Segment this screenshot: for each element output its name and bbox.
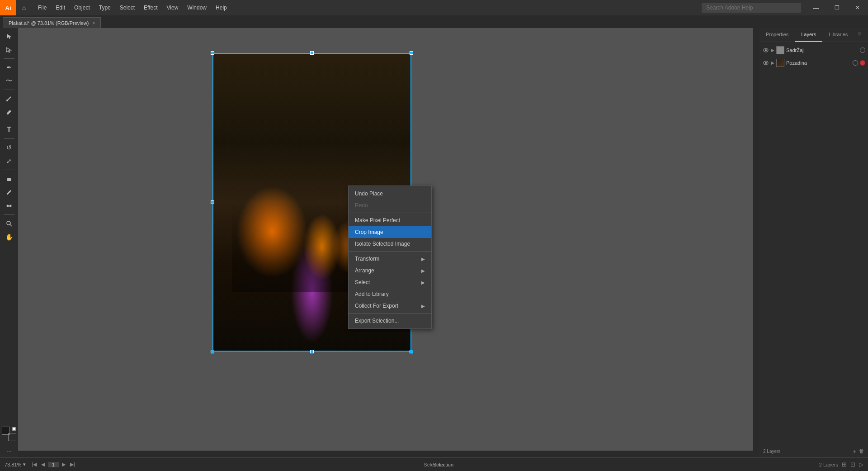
layer-expand-pozadina[interactable]: ▶ bbox=[771, 61, 774, 65]
pen-tool[interactable]: ✒ bbox=[2, 61, 16, 74]
ctx-crop-image[interactable]: Crop Image bbox=[349, 226, 431, 238]
direct-selection-tool[interactable] bbox=[2, 43, 16, 56]
presentation-button[interactable]: ▷ bbox=[859, 461, 863, 468]
more-tools-button[interactable]: ··· bbox=[2, 445, 16, 457]
tab-properties[interactable]: Properties bbox=[760, 28, 795, 42]
ctx-separator-1 bbox=[349, 213, 431, 213]
ctx-collect-for-export[interactable]: Collect For Export ▶ bbox=[349, 300, 431, 312]
toolbar-separator-3 bbox=[4, 121, 14, 121]
layer-lock-pozadina[interactable] bbox=[860, 60, 865, 66]
add-layer-button[interactable]: + bbox=[853, 448, 856, 455]
panel-options-button[interactable]: ≡ bbox=[854, 28, 864, 42]
delete-layer-button[interactable]: 🗑 bbox=[859, 448, 864, 455]
page-number-input[interactable]: 1 bbox=[48, 462, 59, 467]
minimize-button[interactable]: — bbox=[806, 0, 826, 15]
menu-type[interactable]: Type bbox=[94, 0, 115, 15]
ctx-select[interactable]: Select ▶ bbox=[349, 276, 431, 288]
selection-handle-b[interactable] bbox=[310, 350, 314, 353]
ctx-separator-2 bbox=[349, 251, 431, 252]
selection-handle-bl[interactable] bbox=[211, 350, 214, 353]
scale-tool[interactable]: ⤢ bbox=[2, 155, 16, 167]
blob-brush-tool[interactable] bbox=[2, 172, 16, 185]
rotate-tool[interactable]: ↺ bbox=[2, 141, 16, 154]
ctx-transform[interactable]: Transform ▶ bbox=[349, 253, 431, 265]
svg-point-4 bbox=[9, 205, 12, 207]
layers-list: ▶ SadrŽaj ▶ Pozadina bbox=[760, 42, 868, 71]
page-navigation: |◀ ◀ 1 ▶ ▶| bbox=[30, 461, 76, 467]
layer-visibility-pozadina[interactable] bbox=[762, 59, 769, 67]
svg-point-1 bbox=[6, 100, 8, 101]
nav-next-button[interactable]: ▶ bbox=[61, 461, 67, 467]
ctx-undo-place[interactable]: Undo Place bbox=[349, 188, 431, 200]
selection-handle-tr[interactable] bbox=[410, 51, 413, 55]
menu-file[interactable]: File bbox=[33, 0, 51, 15]
zoom-tool[interactable] bbox=[2, 217, 16, 230]
fill-stroke-swatches[interactable]: ↔ bbox=[2, 427, 16, 441]
type-tool[interactable]: T bbox=[2, 124, 16, 136]
curvature-tool[interactable]: 〜 bbox=[2, 75, 16, 87]
menu-select[interactable]: Select bbox=[115, 0, 139, 15]
menu-object[interactable]: Object bbox=[70, 0, 94, 15]
layer-name-pozadina: Pozadina bbox=[786, 60, 851, 66]
vertical-scrollbar[interactable] bbox=[753, 28, 760, 457]
layers-status-count: 2 Layers bbox=[819, 462, 838, 467]
ctx-add-to-library[interactable]: Add to Library bbox=[349, 288, 431, 300]
maximize-button[interactable]: ❐ bbox=[826, 0, 847, 15]
menu-view[interactable]: View bbox=[162, 0, 183, 15]
arrange-views-button[interactable]: ⊞ bbox=[842, 461, 847, 468]
hand-tool[interactable]: ✋ bbox=[2, 231, 16, 243]
svg-point-8 bbox=[765, 49, 767, 51]
nav-last-button[interactable]: ▶| bbox=[69, 461, 76, 467]
search-input[interactable] bbox=[702, 3, 801, 13]
tab-close-button[interactable]: × bbox=[92, 20, 95, 25]
selection-tool[interactable] bbox=[2, 30, 16, 43]
tab-layers[interactable]: Layers bbox=[795, 28, 822, 42]
toolbar-separator-5 bbox=[4, 170, 14, 170]
selection-handle-l[interactable] bbox=[211, 200, 214, 204]
menu-edit[interactable]: Edit bbox=[51, 0, 70, 15]
toolbar-separator-4 bbox=[4, 138, 14, 139]
document-tab[interactable]: Plakat.ai* @ 73.81% (RGB/Preview) × bbox=[3, 17, 101, 28]
toolbar-separator-6 bbox=[4, 214, 14, 215]
nav-prev-button[interactable]: ◀ bbox=[40, 461, 46, 467]
eyedropper-tool[interactable] bbox=[2, 186, 16, 199]
horizontal-scrollbar[interactable] bbox=[18, 451, 753, 457]
layer-expand-sadrzaj[interactable]: ▶ bbox=[771, 48, 774, 52]
selection-handle-br[interactable] bbox=[410, 350, 413, 353]
selection-handle-tl[interactable] bbox=[211, 51, 214, 55]
close-button[interactable]: ✕ bbox=[847, 0, 868, 15]
tab-label: Plakat.ai* @ 73.81% (RGB/Preview) bbox=[9, 20, 89, 26]
zoom-to-fit-button[interactable]: ⊡ bbox=[850, 461, 855, 468]
layer-item-pozadina[interactable]: ▶ Pozadina bbox=[760, 57, 868, 69]
menu-effect[interactable]: Effect bbox=[139, 0, 162, 15]
ctx-redo[interactable]: Redo bbox=[349, 200, 431, 211]
blend-tool[interactable] bbox=[2, 200, 16, 212]
artboard-mode-indicator: Selection bbox=[424, 462, 444, 467]
context-menu: Undo Place Redo Make Pixel Perfect Crop … bbox=[348, 186, 432, 329]
home-icon-btn[interactable]: ⌂ bbox=[16, 0, 32, 15]
zoom-dropdown-arrow[interactable]: ▾ bbox=[23, 461, 26, 467]
ctx-make-pixel-perfect[interactable]: Make Pixel Perfect bbox=[349, 214, 431, 226]
ctx-arrange[interactable]: Arrange ▶ bbox=[349, 265, 431, 276]
ctx-arrange-arrow: ▶ bbox=[421, 268, 425, 273]
layer-item-sadrzaj[interactable]: ▶ SadrŽaj bbox=[760, 44, 868, 57]
layer-select-pozadina[interactable] bbox=[853, 60, 858, 66]
layers-count-label: 2 Layers bbox=[763, 449, 780, 454]
paintbrush-tool[interactable] bbox=[2, 92, 16, 105]
tab-libraries[interactable]: Libraries bbox=[822, 28, 854, 42]
layer-visibility-sadrzaj[interactable] bbox=[762, 47, 769, 54]
layer-thumb-pozadina bbox=[776, 59, 784, 67]
app-logo: Ai bbox=[0, 0, 16, 15]
ctx-export-selection[interactable]: Export Selection... bbox=[349, 315, 431, 327]
svg-point-3 bbox=[7, 205, 9, 207]
menu-help[interactable]: Help bbox=[211, 0, 231, 15]
ctx-isolate-selected-image[interactable]: Isolate Selected Image bbox=[349, 238, 431, 250]
zoom-value[interactable]: 73.81% bbox=[5, 462, 21, 467]
tab-bar: Plakat.ai* @ 73.81% (RGB/Preview) × bbox=[0, 15, 868, 28]
pencil-tool[interactable] bbox=[2, 106, 16, 119]
menu-window[interactable]: Window bbox=[183, 0, 211, 15]
toolbar-separator-2 bbox=[4, 90, 14, 90]
layer-select-sadrzaj[interactable] bbox=[860, 48, 865, 53]
selection-handle-t[interactable] bbox=[310, 51, 314, 55]
nav-first-button[interactable]: |◀ bbox=[30, 461, 38, 467]
